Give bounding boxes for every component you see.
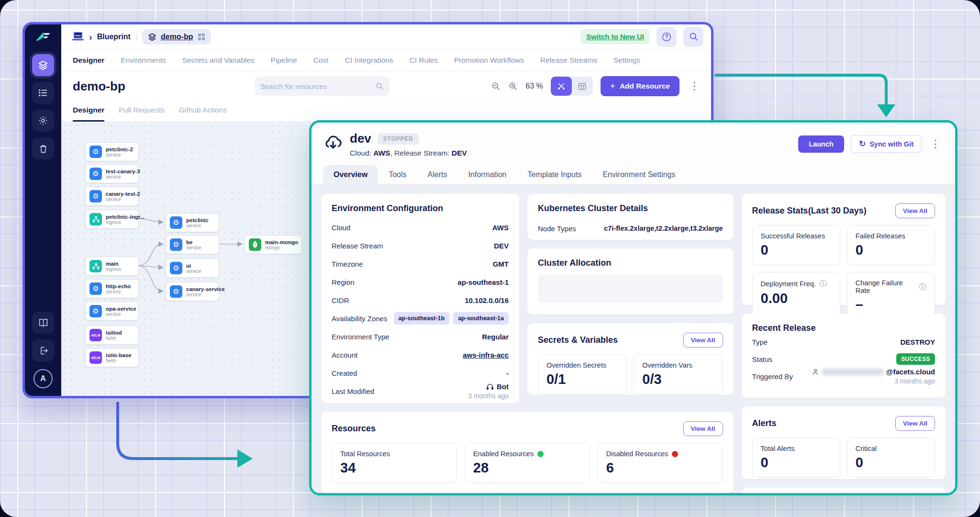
tab-environment-settings[interactable]: Environment Settings xyxy=(592,165,686,184)
row-label: Environment Type xyxy=(332,333,390,341)
resource-search-input[interactable] xyxy=(260,82,371,90)
tab-secrets-and-variables[interactable]: Secrets and Variables xyxy=(182,56,255,65)
zoom-out-icon xyxy=(491,81,501,91)
canvas-node-petclinic[interactable]: ⚙ petclinicservice xyxy=(166,213,219,232)
service-icon: ⚙ xyxy=(170,216,182,229)
tab-alerts[interactable]: Alerts xyxy=(417,165,458,184)
sidebar-item-logout[interactable] xyxy=(32,339,54,361)
kubernetes-cluster-card: Kubernetes Cluster Details Node Types c7… xyxy=(527,194,734,240)
sync-with-git-button[interactable]: ↻ Sync with Git xyxy=(851,135,922,153)
help-button[interactable] xyxy=(657,27,677,47)
subtab-pull-requests[interactable]: Pull Requests xyxy=(119,106,165,122)
info-icon[interactable]: ⓘ xyxy=(820,279,827,288)
canvas-node-canary-test-2[interactable]: ⚙ canary-test-2service xyxy=(85,187,139,206)
stat-value: 0 xyxy=(761,242,832,258)
canvas-node-main-mongo[interactable]: main-mongomongo xyxy=(245,235,302,254)
add-resource-button[interactable]: + Add Resource xyxy=(601,76,679,96)
breadcrumb-blueprint-name[interactable]: demo-bp xyxy=(161,33,193,41)
tab-environments[interactable]: Environments xyxy=(121,56,166,65)
canvas-node-istio-base[interactable]: HELM istio-basehelm xyxy=(85,348,139,367)
environment-subtitle: Cloud: AWS, Release Stream: DEV xyxy=(350,149,467,157)
canvas-node-petclinic-2[interactable]: ⚙ petclinic-2service xyxy=(85,142,139,161)
tab-information[interactable]: Information xyxy=(457,165,517,184)
stat-label: Total Alerts xyxy=(761,445,832,452)
canvas-node-be[interactable]: ⚙ beservice xyxy=(166,235,219,254)
canvas-node-opa-service[interactable]: ⚙ opa-serviceservice xyxy=(85,302,139,321)
tab-release-streams[interactable]: Release Streams xyxy=(540,56,597,65)
search-button[interactable] xyxy=(683,27,703,47)
canvas-node-ui[interactable]: ⚙ uiservice xyxy=(166,258,219,278)
canvas-node-petclinic-ingress[interactable]: petclinic-ingr...ingress xyxy=(85,210,139,229)
zoom-in-button[interactable] xyxy=(508,81,518,91)
config-row-timezone: Timezone GMT xyxy=(332,255,509,273)
helm-icon: HELM xyxy=(89,351,102,364)
node-type: ingress xyxy=(106,220,134,225)
environment-more-button[interactable]: ⋮ xyxy=(928,137,943,151)
subtab-github-actions[interactable]: Github Actions xyxy=(179,106,227,122)
canvas-node-test-canary-3[interactable]: ⚙ test-canary-3service xyxy=(85,164,139,183)
tab-overview[interactable]: Overview xyxy=(323,165,378,184)
alerts-view-all-button[interactable]: View All xyxy=(895,416,935,431)
cloud-value: AWS xyxy=(373,149,390,157)
plus-icon: + xyxy=(610,81,615,91)
canvas-node-main[interactable]: mainingress xyxy=(85,257,139,276)
table-view-button[interactable] xyxy=(572,77,593,96)
node-type: helm xyxy=(106,336,122,341)
node-type: service xyxy=(186,269,201,274)
tab-template-inputs[interactable]: Template Inputs xyxy=(517,165,592,184)
recent-release-card: Recent Release Type DESTROY Status SUCCE… xyxy=(742,314,946,398)
row-label: Account xyxy=(332,351,357,359)
toolbar-more-button[interactable]: ⋮ xyxy=(687,79,702,93)
environment-actions: Launch ↻ Sync with Git ⋮ xyxy=(798,135,943,153)
launch-button[interactable]: Launch xyxy=(798,135,844,153)
row-value: DEV xyxy=(494,242,509,250)
tab-cost[interactable]: Cost xyxy=(313,56,329,65)
graph-view-button[interactable] xyxy=(551,77,572,96)
sidebar-item-trash[interactable] xyxy=(32,137,54,159)
tab-settings[interactable]: Settings xyxy=(613,56,640,65)
total-resources-stat: Total Resources 34 xyxy=(332,443,457,483)
subtab-designer[interactable]: Designer xyxy=(73,106,104,122)
tab-ci-integrations[interactable]: CI Integrations xyxy=(345,56,393,65)
row-label: Timezone xyxy=(332,260,363,268)
breadcrumb-blueprint-pill[interactable]: demo-bp xyxy=(142,29,211,45)
node-type: service xyxy=(186,245,201,250)
tab-pipeline[interactable]: Pipeline xyxy=(271,56,297,65)
tab-tools[interactable]: Tools xyxy=(378,165,417,184)
card-title: Resources xyxy=(332,424,376,434)
release-stats-view-all-button[interactable]: View All xyxy=(895,203,935,218)
resources-view-all-button[interactable]: View All xyxy=(683,421,723,436)
canvas-node-isitiod[interactable]: HELM isitiodhelm xyxy=(85,326,139,345)
zoom-out-button[interactable] xyxy=(491,81,501,91)
node-name: istio-base xyxy=(106,352,132,358)
table-view-icon xyxy=(578,82,587,91)
info-icon[interactable]: ⓘ xyxy=(919,282,926,292)
service-icon: ⚙ xyxy=(170,285,182,298)
user-avatar[interactable]: A xyxy=(33,369,53,388)
canvas-node-canary-service[interactable]: ⚙ canary-serviceservice xyxy=(166,282,219,301)
service-icon: ⚙ xyxy=(89,190,102,202)
stat-label: Critical xyxy=(856,445,926,452)
node-name: petclinic-2 xyxy=(106,146,133,152)
sidebar-item-list[interactable] xyxy=(32,82,54,104)
recent-type-row: Type DESTROY xyxy=(752,333,935,350)
secrets-variables-card: Secrets & Variables View All Overridden … xyxy=(527,323,734,395)
row-value: - xyxy=(506,369,509,377)
switch-to-new-ui-link[interactable]: Switch to New UI xyxy=(580,29,650,44)
tab-ci-rules[interactable]: CI Rules xyxy=(409,56,437,65)
stat-label: Deployment Freq. xyxy=(761,280,816,288)
stat-value: 0 xyxy=(856,455,926,471)
tab-promotion-workflows[interactable]: Promotion Workflows xyxy=(454,56,524,65)
secrets-view-all-button[interactable]: View All xyxy=(683,333,723,348)
grid-background: A DEMO › Blueprint : demo-bp xyxy=(0,0,980,517)
sidebar-item-blueprints[interactable] xyxy=(32,54,54,76)
grid-icon[interactable] xyxy=(198,33,205,41)
row-value: AWS xyxy=(492,224,509,232)
canvas-node-http-echo[interactable]: ⚙ http-echoservice xyxy=(85,279,139,298)
tab-designer[interactable]: Designer xyxy=(73,56,104,65)
account-link[interactable]: aws-infra-acc xyxy=(463,351,509,359)
stat-label: Failed Releases xyxy=(856,232,926,240)
sidebar-item-settings[interactable] xyxy=(32,110,54,132)
header-actions: Switch to New UI xyxy=(580,27,703,47)
sidebar-item-docs[interactable] xyxy=(32,312,54,334)
